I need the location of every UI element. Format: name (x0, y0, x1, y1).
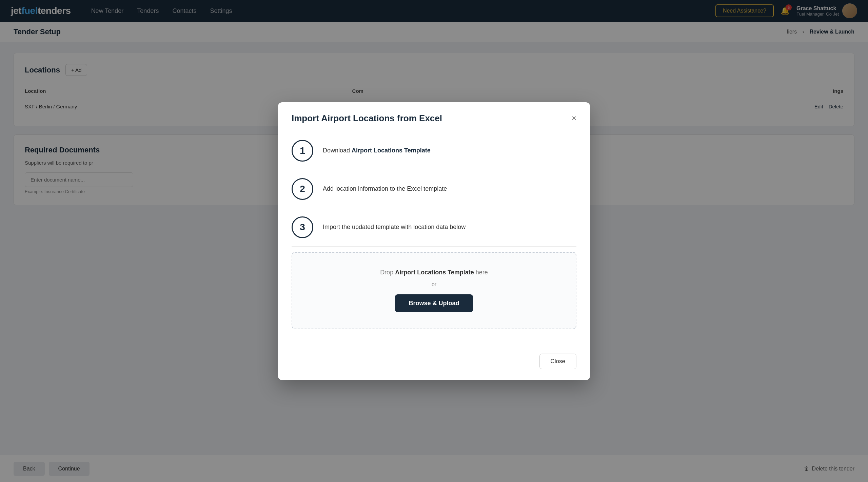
drop-text: Drop Airport Locations Template here (306, 269, 562, 276)
modal-close-footer-button[interactable]: Close (539, 354, 576, 369)
step-2-row: 2 Add location information to the Excel … (292, 170, 576, 208)
upload-dropzone[interactable]: Drop Airport Locations Template here or … (292, 252, 576, 329)
step-2-circle: 2 (292, 178, 313, 200)
browse-upload-button[interactable]: Browse & Upload (395, 294, 473, 312)
modal-header: Import Airport Locations from Excel × (278, 102, 590, 132)
modal-footer: Close (278, 348, 590, 380)
step-1-circle: 1 (292, 140, 313, 162)
step-1-row: 1 Download Airport Locations Template (292, 132, 576, 170)
step-2-text: Add location information to the Excel te… (323, 185, 447, 192)
step-1-text: Download Airport Locations Template (323, 147, 431, 154)
step-1-text-before: Download (323, 147, 352, 154)
drop-text-before: Drop (380, 269, 395, 276)
modal-close-button[interactable]: × (572, 114, 576, 122)
modal-title: Import Airport Locations from Excel (292, 113, 442, 124)
modal-overlay: Import Airport Locations from Excel × 1 … (0, 0, 868, 482)
step-3-row: 3 Import the updated template with locat… (292, 208, 576, 247)
import-modal: Import Airport Locations from Excel × 1 … (278, 102, 590, 380)
drop-text-after: here (474, 269, 488, 276)
modal-body: 1 Download Airport Locations Template 2 … (278, 132, 590, 348)
step-3-text: Import the updated template with locatio… (323, 224, 466, 231)
step-3-circle: 3 (292, 216, 313, 238)
drop-text-template-name: Airport Locations Template (395, 269, 474, 276)
or-text: or (306, 281, 562, 288)
airport-locations-template-link[interactable]: Airport Locations Template (352, 147, 431, 154)
